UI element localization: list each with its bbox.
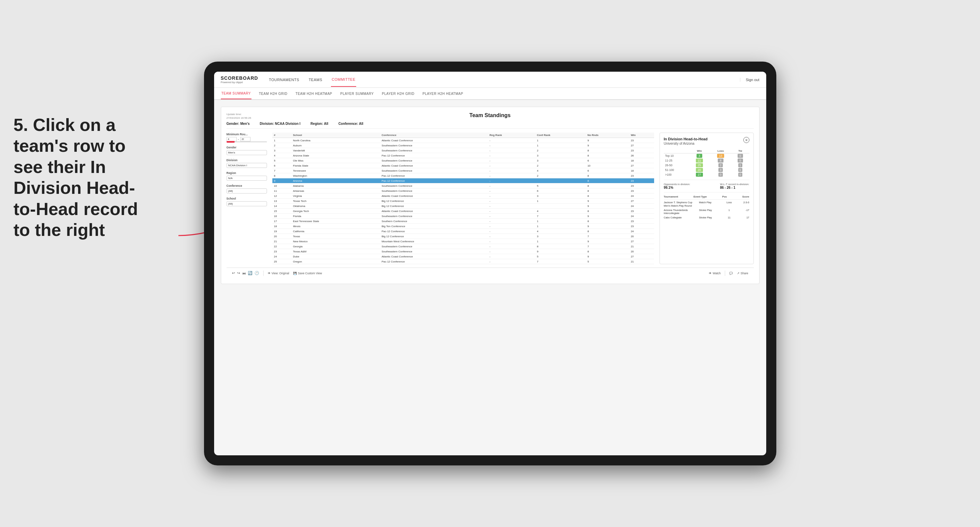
nav-teams[interactable]: TEAMS [308,73,323,86]
table-row[interactable]: 19 California Pac-12 Conference - 4 8 24 [272,229,654,234]
tournament-row-3: Cabo Collegiate Stroke Play 11 17 [664,216,749,219]
table-row[interactable]: 3 Vanderbilt Southeastern Conference - 2… [272,148,654,153]
division-filter-select[interactable]: NCAA Division I [227,163,267,168]
table-row[interactable]: 7 Tennessee Southeastern Conference - 4 … [272,168,654,173]
cell-win: 27 [629,254,654,259]
col-reg-rank: Reg Rank [488,133,535,138]
h2h-row-top10: Top 10 3 13 0 [664,154,749,159]
cell-no-rnds: 6 [586,168,629,173]
table-row[interactable]: 21 New Mexico Mountain West Conference -… [272,239,654,244]
comment-button[interactable]: 💬 [729,271,733,275]
cell-win: 27 [629,198,654,203]
conference-filter-select[interactable]: (All) [227,189,267,194]
cell-school: North Carolina [291,138,380,143]
table-row[interactable]: 10 Alabama Southeastern Conference - 5 8… [272,183,654,189]
cell-no-rnds: 8 [586,194,629,198]
h2h-close-button[interactable]: ✕ [743,137,749,143]
table-row[interactable]: 4 Arizona State Pac-12 Conference - 3 8 … [272,153,654,158]
school-filter-select[interactable]: (All) [227,201,267,206]
cell-conference: Southeastern Conference [380,189,488,194]
table-row[interactable]: 1 North Carolina Atlantic Coast Conferen… [272,138,654,143]
opponents-stat: Opponents in division: 99.1% W-L-T recor… [664,183,749,189]
table-row[interactable]: 17 East Tennessee State Southern Confere… [272,219,654,224]
subnav-team-h2h-heatmap[interactable]: TEAM H2H HEATMAP [295,89,333,99]
cell-school: Auburn [291,143,380,148]
save-custom-view-button[interactable]: 💾 Save Custom View [293,271,322,275]
gender-filter-select[interactable]: Men's [227,150,267,155]
view-original-button[interactable]: 👁 View: Original [268,271,289,275]
content-layout: Minimum Rou... - Gender [227,133,754,264]
col-win: Win [629,133,654,138]
table-row[interactable]: 20 Texas Big 12 Conference - 3 7 20 [272,234,654,239]
cell-conf-rank: 2 [535,173,586,178]
cell-conference: Southeastern Conference [380,158,488,163]
subnav-player-h2h-heatmap[interactable]: PLAYER H2H HEATMAP [422,89,464,99]
cell-reg-rank: - [488,168,535,173]
table-row[interactable]: 6 Florida State Atlantic Coast Conferenc… [272,163,654,168]
subnav-team-h2h-grid[interactable]: TEAM H2H GRID [258,89,288,99]
table-row[interactable]: 16 Florida Southeastern Conference - 7 9… [272,214,654,219]
cell-school: Illinois [291,224,380,229]
undo-button[interactable]: ↩ [232,271,235,275]
cell-school: Vanderbilt [291,148,380,153]
content-card: Update time: 27/03/2024 16:56:26 Team St… [221,107,759,284]
sign-out-link[interactable]: Sign out [740,78,759,82]
cell-no-rnds: 9 [586,214,629,219]
rounds-slider[interactable] [227,141,267,142]
table-row[interactable]: 15 Georgia Tech Atlantic Coast Conferenc… [272,209,654,214]
table-row[interactable]: 24 Duke Atlantic Coast Conference - 5 9 … [272,254,654,259]
table-row[interactable]: 5 Ole Miss Southeastern Conference - 3 6… [272,158,654,163]
table-row[interactable]: 2 Auburn Southeastern Conference - 1 9 2… [272,143,654,148]
cell-reg-rank: - [488,254,535,259]
cell-conference: Southeastern Conference [380,244,488,249]
tablet-frame: SCOREBOARD Powered by clippd TOURNAMENTS… [204,62,776,465]
table-row[interactable]: 8 Washington Pac-12 Conference - 2 8 23 [272,173,654,178]
clock-button[interactable]: 🕐 [255,271,259,275]
cell-reg-rank: - [488,234,535,239]
table-row[interactable]: 23 Texas A&M Southeastern Conference - 9… [272,249,654,254]
watch-button[interactable]: 👁 Watch [709,271,721,275]
cell-conf-rank [535,178,586,183]
table-row[interactable]: 13 Texas Tech Big 12 Conference - 1 9 27 [272,198,654,203]
table-row[interactable]: 12 Virginia Atlantic Coast Conference - … [272,194,654,198]
toolbar-history: ↩ ↪ ⏮ 🔄 🕐 [232,271,259,275]
cell-reg-rank: - [488,209,535,214]
table-row[interactable]: 11 Arkansas Southeastern Conference - 6 … [272,189,654,194]
cell-school: California [291,229,380,234]
redo-button[interactable]: ↪ [237,271,240,275]
cell-win: 21 [629,244,654,249]
cell-num: 20 [272,234,291,239]
table-row[interactable]: 14 Oklahoma Big 12 Conference - 9 24 [272,203,654,209]
cell-win: 27 [629,143,654,148]
cell-no-rnds: 8 [586,219,629,224]
cell-school: Arkansas [291,189,380,194]
table-row[interactable]: 22 Georgia Southeastern Conference - 8 7… [272,244,654,249]
cell-conf-rank: 4 [535,229,586,234]
region-filter-select[interactable]: N/A [227,176,267,181]
step-back-button[interactable]: ⏮ [242,271,246,275]
cell-reg-rank: - [488,138,535,143]
nav-committee[interactable]: COMMITTEE [331,73,356,87]
h2h-row-100plus: >100 27 0 0 [664,172,749,177]
table-row[interactable]: 18 Illinois Big Ten Conference - 1 9 23 [272,224,654,229]
nav-tournaments[interactable]: TOURNAMENTS [268,73,300,86]
cell-conference: Atlantic Coast Conference [380,163,488,168]
cell-conference: Southeastern Conference [380,148,488,153]
cell-num: 12 [272,194,291,198]
cell-win: 23 [629,189,654,194]
subnav-team-summary[interactable]: TEAM SUMMARY [221,88,252,99]
min-rounds-max-input[interactable] [240,137,250,141]
cell-win: 18 [629,168,654,173]
share-button[interactable]: ↗ Share [737,271,748,275]
refresh-button[interactable]: 🔄 [248,271,253,275]
cell-conf-rank: 1 [535,143,586,148]
cell-reg-rank: - [488,203,535,209]
cell-conf-rank: 1 [535,138,586,143]
cell-conf-rank: 4 [535,209,586,214]
subnav-player-summary[interactable]: PLAYER SUMMARY [340,89,374,99]
table-row[interactable]: 9 Arizona Pac-12 Conference - 8 23 [272,178,654,183]
subnav-player-h2h-grid[interactable]: PLAYER H2H GRID [381,89,415,99]
cell-reg-rank: - [488,239,535,244]
cell-school: Arizona State [291,153,380,158]
table-row[interactable]: 25 Oregon Pac-12 Conference - 7 5 21 [272,259,654,264]
